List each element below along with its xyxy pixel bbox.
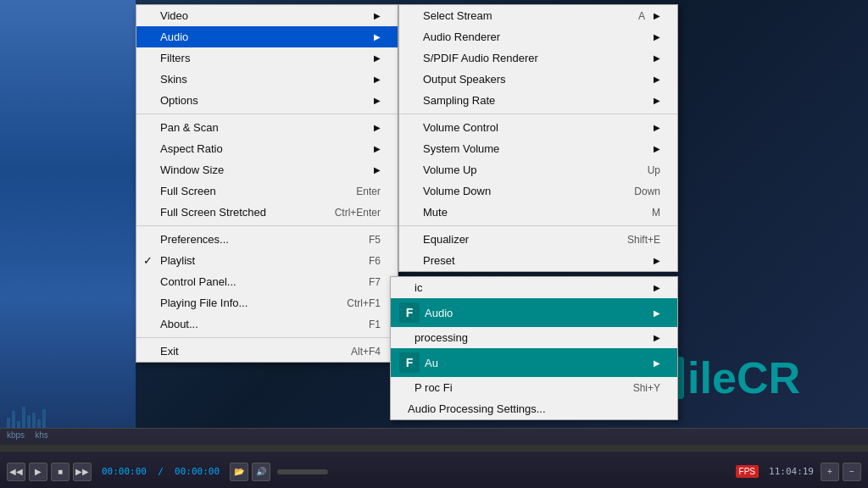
menu-item-about-label: About... xyxy=(160,318,352,330)
menu-item-aspect-ratio-label: Aspect Ratio xyxy=(160,142,365,155)
context-menu-level2-audio: Select Stream A ▶ Audio Renderer ▶ S/PDI… xyxy=(398,4,678,272)
menu-item-skins-label: Skins xyxy=(160,73,365,86)
menu-item-ic[interactable]: ic ▶ xyxy=(391,277,677,298)
control-bar: kbps khs ◀◀ ▶ ■ ▶▶ 00:00:00 / 00:00:00 📂… xyxy=(0,428,868,488)
menu-item-proc-fi-label: P roc Fi xyxy=(415,381,616,394)
menu-item-audio-teal2-label: Au xyxy=(425,357,438,369)
mute-button[interactable]: 🔊 xyxy=(252,463,270,481)
menu-item-playlist-label: Playlist xyxy=(160,254,352,267)
time-display: 00:00:00 / 00:00:00 xyxy=(102,466,220,477)
menu-item-output-speakers-label: Output Speakers xyxy=(423,73,645,86)
spec-bar xyxy=(37,419,41,428)
menu-item-audio-renderer[interactable]: Audio Renderer ▶ xyxy=(399,26,677,47)
menu-item-processing-label: processing xyxy=(415,331,645,344)
menu-item-audio-teal1[interactable]: F Audio ▶ xyxy=(391,298,677,327)
menu-item-volume-down-shortcut: Down xyxy=(634,186,660,197)
menu-item-full-screen[interactable]: Full Screen Enter xyxy=(136,180,398,202)
menu-item-volume-control[interactable]: Volume Control ▶ xyxy=(399,117,677,138)
menu-item-volume-down-label: Volume Down xyxy=(423,185,617,197)
clock-display: 11:04:19 xyxy=(769,466,814,477)
menu-item-preferences-label: Preferences... xyxy=(160,233,352,246)
menu-item-options[interactable]: Options ▶ xyxy=(136,90,398,111)
menu-item-output-speakers[interactable]: Output Speakers ▶ xyxy=(399,69,677,90)
menu-item-processing[interactable]: processing ▶ xyxy=(391,327,677,348)
menu-item-full-screen-shortcut: Enter xyxy=(356,186,381,197)
menu-item-sampling-rate-label: Sampling Rate xyxy=(423,94,645,107)
menu-item-system-volume-label: System Volume xyxy=(423,142,645,155)
menu-item-mute-shortcut: M xyxy=(652,207,660,219)
menu-item-spdif-audio-renderer-arrow: ▶ xyxy=(654,53,660,63)
menu-item-sampling-rate[interactable]: Sampling Rate ▶ xyxy=(399,90,677,111)
prev-button[interactable]: ◀◀ xyxy=(7,463,25,481)
menu-item-full-screen-stretched[interactable]: Full Screen Stretched Ctrl+Enter xyxy=(136,202,398,223)
menu-item-full-screen-label: Full Screen xyxy=(160,185,339,197)
menu-item-full-screen-stretched-shortcut: Ctrl+Enter xyxy=(335,207,381,219)
menu-item-select-stream[interactable]: Select Stream A ▶ xyxy=(399,5,677,26)
menu-item-options-label: Options xyxy=(160,94,365,107)
menu-item-proc-fi[interactable]: P roc Fi Shi+Y xyxy=(391,377,677,398)
menu-item-preferences-shortcut: F5 xyxy=(369,234,381,246)
menu-item-spdif-audio-renderer-label: S/PDIF Audio Renderer xyxy=(423,52,645,64)
menu-item-equalizer[interactable]: Equalizer Shift+E xyxy=(399,229,677,250)
menu-item-pan-scan[interactable]: Pan & Scan ▶ xyxy=(136,117,398,138)
menu-sep-2 xyxy=(136,225,398,226)
menu-item-audio-processing-settings-label: Audio Processing Settings... xyxy=(408,402,546,415)
menu-item-proc-fi-shortcut: Shi+Y xyxy=(633,382,660,394)
menu-item-exit[interactable]: Exit Alt+F4 xyxy=(136,341,398,362)
menu-item-skins[interactable]: Skins ▶ xyxy=(136,69,398,90)
menu-item-window-size-arrow: ▶ xyxy=(374,165,381,175)
volume-bar[interactable] xyxy=(277,469,328,474)
menu-item-mute-label: Mute xyxy=(423,206,635,219)
play-pause-button[interactable]: ▶ xyxy=(29,463,47,481)
menu-item-ic-label: ic xyxy=(415,281,645,294)
menu-item-mute[interactable]: Mute M xyxy=(399,202,677,223)
menu-item-window-size[interactable]: Window Size ▶ xyxy=(136,159,398,180)
menu-item-select-stream-shortcut: A xyxy=(638,10,645,22)
menu-item-volume-up[interactable]: Volume Up Up xyxy=(399,159,677,180)
menu-item-audio-teal2-arrow: ▶ xyxy=(654,358,660,368)
menu-item-audio-renderer-arrow: ▶ xyxy=(654,32,660,42)
menu-item-full-screen-stretched-label: Full Screen Stretched xyxy=(160,206,318,219)
menu-item-audio-teal1-label: Audio xyxy=(425,307,453,319)
menu-item-filters[interactable]: Filters ▶ xyxy=(136,47,398,69)
menu-item-audio-processing-settings[interactable]: Audio Processing Settings... xyxy=(391,398,677,419)
total-duration: 00:00:00 xyxy=(175,466,220,477)
watermark-text: ileCR xyxy=(687,352,800,403)
menu-item-system-volume[interactable]: System Volume ▶ xyxy=(399,138,677,159)
next-button[interactable]: ▶▶ xyxy=(73,463,92,481)
menu-item-playlist[interactable]: ✓ Playlist F6 xyxy=(136,250,398,271)
menu2-sep-1 xyxy=(399,114,677,114)
spec-bar xyxy=(27,415,31,428)
menu-item-aspect-ratio[interactable]: Aspect Ratio ▶ xyxy=(136,138,398,159)
menu-item-preset[interactable]: Preset ▶ xyxy=(399,250,677,271)
menu-item-audio[interactable]: Audio ▶ xyxy=(136,26,398,47)
zoom-out-button[interactable]: − xyxy=(843,463,861,481)
menu-item-volume-up-shortcut: Up xyxy=(648,164,660,176)
menu-item-video[interactable]: Video ▶ xyxy=(136,5,398,26)
zoom-in-button[interactable]: + xyxy=(821,463,839,481)
open-button[interactable]: 📂 xyxy=(230,463,248,481)
menu-item-preferences[interactable]: Preferences... F5 xyxy=(136,229,398,250)
teal-logo-2: F xyxy=(399,352,420,373)
menu-item-volume-down[interactable]: Volume Down Down xyxy=(399,180,677,202)
spec-bar xyxy=(12,411,15,428)
menu-item-ic-arrow: ▶ xyxy=(654,283,660,292)
spec-bar xyxy=(17,421,20,428)
menu-item-audio-arrow: ▶ xyxy=(374,32,381,42)
menu-item-volume-up-label: Volume Up xyxy=(423,164,631,176)
menu-item-volume-control-label: Volume Control xyxy=(423,121,645,134)
menu-item-playing-file-info[interactable]: Playing File Info... Ctrl+F1 xyxy=(136,292,398,313)
menu-item-sampling-rate-arrow: ▶ xyxy=(654,96,660,105)
stop-button[interactable]: ■ xyxy=(51,463,70,481)
menu-item-control-panel[interactable]: Control Panel... F7 xyxy=(136,271,398,292)
menu-item-playing-file-info-label: Playing File Info... xyxy=(160,297,330,309)
menu-item-audio-teal2[interactable]: F Au ▶ xyxy=(391,348,677,377)
menu-item-about[interactable]: About... F1 xyxy=(136,313,398,335)
menu-item-exit-label: Exit xyxy=(160,345,334,358)
kbps-label1: kbps xyxy=(7,430,25,440)
menu-item-spdif-audio-renderer[interactable]: S/PDIF Audio Renderer ▶ xyxy=(399,47,677,69)
menu2-sep-2 xyxy=(399,225,677,226)
menu-item-preset-arrow: ▶ xyxy=(654,256,660,265)
menu-item-exit-shortcut: Alt+F4 xyxy=(351,346,381,358)
seekbar[interactable] xyxy=(0,445,868,452)
